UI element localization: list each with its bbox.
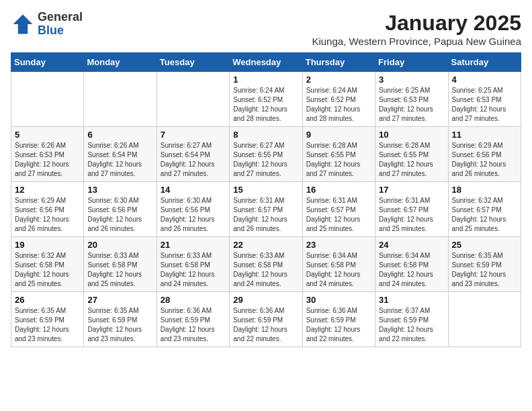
day-number: 2 [306, 75, 371, 85]
calendar-cell: 18Sunrise: 6:32 AM Sunset: 6:57 PM Dayli… [448, 182, 521, 237]
day-number: 9 [306, 130, 371, 140]
day-number: 17 [379, 185, 444, 195]
calendar-cell: 23Sunrise: 6:34 AM Sunset: 6:58 PM Dayli… [302, 237, 375, 292]
day-number: 27 [87, 295, 152, 305]
title-block: January 2025 Kiunga, Western Province, P… [312, 11, 521, 47]
day-info: Sunrise: 6:36 AM Sunset: 6:59 PM Dayligh… [233, 306, 298, 344]
day-info: Sunrise: 6:30 AM Sunset: 6:56 PM Dayligh… [87, 196, 152, 234]
calendar-cell: 11Sunrise: 6:29 AM Sunset: 6:56 PM Dayli… [448, 127, 521, 182]
calendar-day-header: Sunday [11, 53, 84, 72]
calendar-cell [84, 72, 157, 127]
day-info: Sunrise: 6:36 AM Sunset: 6:59 PM Dayligh… [306, 306, 371, 344]
calendar-day-header: Tuesday [157, 53, 229, 72]
day-info: Sunrise: 6:36 AM Sunset: 6:59 PM Dayligh… [161, 306, 226, 344]
day-info: Sunrise: 6:24 AM Sunset: 6:52 PM Dayligh… [233, 86, 298, 124]
day-info: Sunrise: 6:31 AM Sunset: 6:57 PM Dayligh… [379, 196, 444, 234]
calendar-cell: 30Sunrise: 6:36 AM Sunset: 6:59 PM Dayli… [302, 292, 375, 347]
calendar-cell: 28Sunrise: 6:36 AM Sunset: 6:59 PM Dayli… [157, 292, 229, 347]
calendar-cell: 4Sunrise: 6:25 AM Sunset: 6:53 PM Daylig… [448, 72, 521, 127]
day-info: Sunrise: 6:35 AM Sunset: 6:59 PM Dayligh… [15, 306, 80, 344]
calendar-cell [448, 292, 521, 347]
calendar-cell: 31Sunrise: 6:37 AM Sunset: 6:59 PM Dayli… [375, 292, 448, 347]
day-info: Sunrise: 6:32 AM Sunset: 6:58 PM Dayligh… [15, 251, 80, 289]
calendar-cell: 2Sunrise: 6:24 AM Sunset: 6:52 PM Daylig… [302, 72, 375, 127]
day-number: 4 [452, 75, 517, 85]
day-number: 11 [452, 130, 517, 140]
calendar-cell: 8Sunrise: 6:27 AM Sunset: 6:55 PM Daylig… [230, 127, 302, 182]
calendar-cell: 22Sunrise: 6:33 AM Sunset: 6:58 PM Dayli… [230, 237, 302, 292]
day-number: 24 [379, 240, 444, 250]
day-info: Sunrise: 6:35 AM Sunset: 6:59 PM Dayligh… [452, 251, 517, 289]
calendar-week-row: 12Sunrise: 6:29 AM Sunset: 6:56 PM Dayli… [11, 182, 521, 237]
day-info: Sunrise: 6:33 AM Sunset: 6:58 PM Dayligh… [87, 251, 152, 289]
month-title: January 2025 [312, 11, 521, 36]
calendar-cell: 25Sunrise: 6:35 AM Sunset: 6:59 PM Dayli… [448, 237, 521, 292]
day-info: Sunrise: 6:31 AM Sunset: 6:57 PM Dayligh… [233, 196, 298, 234]
calendar-cell: 17Sunrise: 6:31 AM Sunset: 6:57 PM Dayli… [375, 182, 448, 237]
day-info: Sunrise: 6:29 AM Sunset: 6:56 PM Dayligh… [452, 141, 517, 179]
day-info: Sunrise: 6:32 AM Sunset: 6:57 PM Dayligh… [452, 196, 517, 234]
calendar-cell: 3Sunrise: 6:25 AM Sunset: 6:53 PM Daylig… [375, 72, 448, 127]
day-number: 14 [161, 185, 226, 195]
day-number: 6 [87, 130, 152, 140]
logo-icon [11, 12, 35, 36]
day-info: Sunrise: 6:28 AM Sunset: 6:55 PM Dayligh… [306, 141, 371, 179]
day-number: 5 [15, 130, 80, 140]
day-number: 23 [306, 240, 371, 250]
calendar-day-header: Monday [84, 53, 157, 72]
calendar-cell: 24Sunrise: 6:34 AM Sunset: 6:58 PM Dayli… [375, 237, 448, 292]
day-number: 18 [452, 185, 517, 195]
calendar-cell [11, 72, 84, 127]
calendar-day-header: Thursday [302, 53, 375, 72]
calendar-cell: 13Sunrise: 6:30 AM Sunset: 6:56 PM Dayli… [84, 182, 157, 237]
calendar-cell: 21Sunrise: 6:33 AM Sunset: 6:58 PM Dayli… [157, 237, 229, 292]
calendar-cell: 1Sunrise: 6:24 AM Sunset: 6:52 PM Daylig… [230, 72, 302, 127]
day-number: 31 [379, 295, 444, 305]
calendar-week-row: 5Sunrise: 6:26 AM Sunset: 6:53 PM Daylig… [11, 127, 521, 182]
logo-general: General [38, 11, 83, 24]
day-number: 12 [15, 185, 80, 195]
logo-text: General Blue [38, 11, 83, 38]
day-number: 30 [306, 295, 371, 305]
day-number: 13 [87, 185, 152, 195]
day-info: Sunrise: 6:33 AM Sunset: 6:58 PM Dayligh… [161, 251, 226, 289]
day-info: Sunrise: 6:30 AM Sunset: 6:56 PM Dayligh… [161, 196, 226, 234]
day-number: 3 [379, 75, 444, 85]
subtitle: Kiunga, Western Province, Papua New Guin… [312, 36, 521, 47]
day-info: Sunrise: 6:34 AM Sunset: 6:58 PM Dayligh… [379, 251, 444, 289]
day-number: 7 [161, 130, 226, 140]
day-info: Sunrise: 6:27 AM Sunset: 6:55 PM Dayligh… [233, 141, 298, 179]
calendar-day-header: Wednesday [230, 53, 302, 72]
calendar-table: SundayMondayTuesdayWednesdayThursdayFrid… [11, 52, 521, 347]
calendar-cell: 9Sunrise: 6:28 AM Sunset: 6:55 PM Daylig… [302, 127, 375, 182]
calendar-cell: 7Sunrise: 6:27 AM Sunset: 6:54 PM Daylig… [157, 127, 229, 182]
svg-marker-0 [13, 14, 33, 34]
day-info: Sunrise: 6:29 AM Sunset: 6:56 PM Dayligh… [15, 196, 80, 234]
calendar-cell [157, 72, 229, 127]
day-number: 22 [233, 240, 298, 250]
day-info: Sunrise: 6:24 AM Sunset: 6:52 PM Dayligh… [306, 86, 371, 124]
day-number: 28 [161, 295, 226, 305]
day-info: Sunrise: 6:34 AM Sunset: 6:58 PM Dayligh… [306, 251, 371, 289]
day-info: Sunrise: 6:25 AM Sunset: 6:53 PM Dayligh… [379, 86, 444, 124]
day-number: 16 [306, 185, 371, 195]
day-number: 20 [87, 240, 152, 250]
calendar-week-row: 1Sunrise: 6:24 AM Sunset: 6:52 PM Daylig… [11, 72, 521, 127]
calendar-week-row: 19Sunrise: 6:32 AM Sunset: 6:58 PM Dayli… [11, 237, 521, 292]
calendar-cell: 27Sunrise: 6:35 AM Sunset: 6:59 PM Dayli… [84, 292, 157, 347]
day-info: Sunrise: 6:33 AM Sunset: 6:58 PM Dayligh… [233, 251, 298, 289]
day-number: 15 [233, 185, 298, 195]
day-info: Sunrise: 6:31 AM Sunset: 6:57 PM Dayligh… [306, 196, 371, 234]
calendar-cell: 10Sunrise: 6:28 AM Sunset: 6:55 PM Dayli… [375, 127, 448, 182]
calendar-cell: 12Sunrise: 6:29 AM Sunset: 6:56 PM Dayli… [11, 182, 84, 237]
day-info: Sunrise: 6:25 AM Sunset: 6:53 PM Dayligh… [452, 86, 517, 124]
day-info: Sunrise: 6:28 AM Sunset: 6:55 PM Dayligh… [379, 141, 444, 179]
calendar-cell: 6Sunrise: 6:26 AM Sunset: 6:54 PM Daylig… [84, 127, 157, 182]
day-number: 21 [161, 240, 226, 250]
day-info: Sunrise: 6:26 AM Sunset: 6:53 PM Dayligh… [15, 141, 80, 179]
day-number: 8 [233, 130, 298, 140]
calendar-cell: 19Sunrise: 6:32 AM Sunset: 6:58 PM Dayli… [11, 237, 84, 292]
calendar-cell: 29Sunrise: 6:36 AM Sunset: 6:59 PM Dayli… [230, 292, 302, 347]
logo: General Blue [11, 11, 83, 38]
calendar-cell: 15Sunrise: 6:31 AM Sunset: 6:57 PM Dayli… [230, 182, 302, 237]
